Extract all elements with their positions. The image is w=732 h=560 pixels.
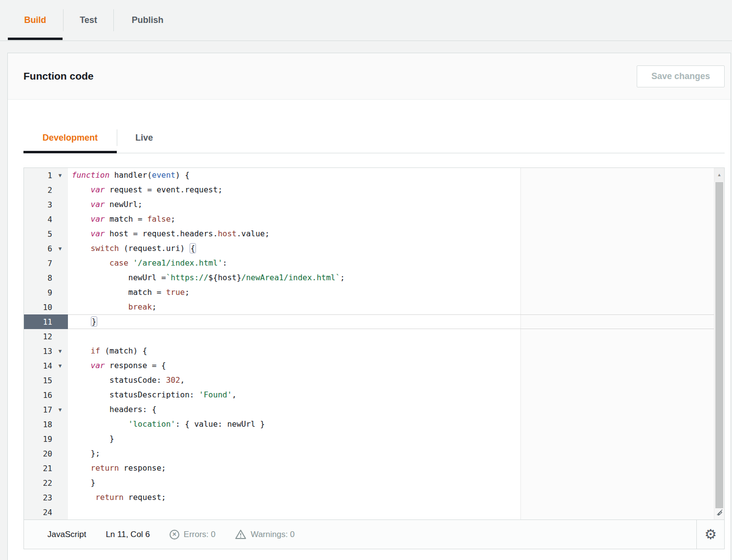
code-line[interactable]: 17▼ headers: {: [24, 402, 724, 417]
scrollbar-thumb[interactable]: [715, 182, 723, 508]
code-line[interactable]: 13▼ if (match) {: [24, 344, 724, 358]
scroll-up-arrow-icon[interactable]: ▲: [714, 168, 724, 182]
code-line-content[interactable]: var request = event.request;: [68, 183, 724, 197]
code-line-content[interactable]: };: [68, 446, 724, 461]
code-line-content[interactable]: }: [68, 314, 724, 329]
fold-caret-icon[interactable]: ▼: [52, 348, 68, 354]
code-line[interactable]: 14▼ var response = {: [24, 358, 724, 373]
line-number-gutter[interactable]: 7: [24, 256, 68, 270]
fold-caret-icon[interactable]: ▼: [52, 363, 68, 369]
code-line-content[interactable]: statusDescription: 'Found',: [68, 388, 724, 402]
tab-development[interactable]: Development: [23, 123, 117, 153]
code-line[interactable]: 16 statusDescription: 'Found',: [24, 388, 724, 402]
line-number-gutter[interactable]: 19: [24, 432, 68, 446]
code-line-content[interactable]: }: [68, 476, 724, 490]
code-line[interactable]: 8 newUrl =`https://${host}/newArea1/inde…: [24, 270, 724, 285]
code-line[interactable]: 21 return response;: [24, 461, 724, 476]
line-number-gutter[interactable]: 18: [24, 417, 68, 432]
code-line[interactable]: 18 'location': { value: newUrl }: [24, 417, 724, 432]
tab-live[interactable]: Live: [117, 123, 171, 153]
code-line-content[interactable]: return request;: [68, 490, 724, 505]
line-number-gutter[interactable]: 17▼: [24, 402, 68, 417]
code-line-content[interactable]: [68, 505, 724, 519]
code-line-content[interactable]: case '/area1/index.html':: [68, 256, 724, 270]
line-number-gutter[interactable]: 22: [24, 476, 68, 490]
code-line[interactable]: 1▼function handler(event) {: [24, 168, 724, 183]
code-line[interactable]: 15 statusCode: 302,: [24, 373, 724, 388]
code-line-content[interactable]: return response;: [68, 461, 724, 476]
line-number-gutter[interactable]: 4: [24, 212, 68, 227]
line-number-gutter[interactable]: 15: [24, 373, 68, 388]
tab-test[interactable]: Test: [64, 0, 113, 41]
code-line[interactable]: 6▼ switch (request.uri) {: [24, 241, 724, 256]
line-number-gutter[interactable]: 9: [24, 285, 68, 300]
code-line[interactable]: 4 var match = false;: [24, 212, 724, 227]
code-line[interactable]: 9 match = true;: [24, 285, 724, 300]
code-token-p: match =: [72, 288, 166, 297]
errors-status: ✕ Errors: 0: [170, 530, 215, 539]
code-line-content[interactable]: function handler(event) {: [68, 168, 724, 183]
code-token-lit: switch: [91, 244, 119, 253]
line-number-gutter[interactable]: 24: [24, 505, 68, 519]
code-line-content[interactable]: newUrl =`https://${host}/newArea1/index.…: [68, 270, 724, 285]
code-line[interactable]: 20 };: [24, 446, 724, 461]
code-line[interactable]: 2 var request = event.request;: [24, 183, 724, 197]
line-number-gutter[interactable]: 1▼: [24, 168, 68, 183]
line-number-gutter[interactable]: 8: [24, 270, 68, 285]
line-number-gutter[interactable]: 23: [24, 490, 68, 505]
code-line-content[interactable]: 'location': { value: newUrl }: [68, 417, 724, 432]
code-line[interactable]: 24: [24, 505, 724, 519]
line-number-gutter[interactable]: 2: [24, 183, 68, 197]
code-line-content[interactable]: statusCode: 302,: [68, 373, 724, 388]
code-line-content[interactable]: if (match) {: [68, 344, 724, 358]
vertical-scrollbar[interactable]: ▲: [714, 168, 724, 519]
code-line-content[interactable]: break;: [68, 300, 724, 314]
code-line-content[interactable]: }: [68, 432, 724, 446]
tab-build[interactable]: Build: [7, 0, 63, 41]
code-line-content[interactable]: var response = {: [68, 358, 724, 373]
line-number-gutter[interactable]: 16: [24, 388, 68, 402]
code-token-lit: false: [147, 214, 171, 224]
save-changes-button[interactable]: Save changes: [637, 65, 725, 87]
fold-caret-icon[interactable]: ▼: [52, 407, 68, 413]
line-number: 18: [24, 420, 52, 429]
code-stage-tabs: Development Live: [23, 123, 725, 153]
code-token-p: [72, 463, 91, 473]
line-number-gutter[interactable]: 5: [24, 227, 68, 241]
line-number-gutter[interactable]: 10: [24, 300, 68, 314]
code-token-p: }: [72, 478, 95, 487]
code-line[interactable]: 12: [24, 329, 724, 344]
tab-publish[interactable]: Publish: [114, 0, 181, 41]
editor-settings-button[interactable]: ⚙: [696, 520, 724, 549]
code-line[interactable]: 23 return request;: [24, 490, 724, 505]
code-line-content[interactable]: switch (request.uri) {: [68, 241, 724, 256]
code-token-p: }: [72, 434, 114, 443]
line-number: 9: [24, 288, 52, 297]
line-number-gutter[interactable]: 6▼: [24, 241, 68, 256]
code-line[interactable]: 3 var newUrl;: [24, 197, 724, 212]
line-number-gutter[interactable]: 12: [24, 329, 68, 344]
code-line[interactable]: 5 var host = request.headers.host.value;: [24, 227, 724, 241]
code-line-content[interactable]: var match = false;: [68, 212, 724, 227]
code-line[interactable]: 19 }: [24, 432, 724, 446]
line-number-gutter[interactable]: 13▼: [24, 344, 68, 358]
line-number-gutter[interactable]: 3: [24, 197, 68, 212]
code-line[interactable]: 10 break;: [24, 300, 724, 314]
code-token-p: : { value: newUrl }: [175, 419, 265, 429]
code-line[interactable]: 11 }: [24, 314, 724, 329]
line-number-gutter[interactable]: 11: [24, 314, 68, 329]
code-line-content[interactable]: headers: {: [68, 402, 724, 417]
line-number-gutter[interactable]: 21: [24, 461, 68, 476]
code-token-p: [72, 258, 109, 268]
code-line-content[interactable]: match = true;: [68, 285, 724, 300]
fold-caret-icon[interactable]: ▼: [52, 172, 68, 178]
code-line[interactable]: 22 }: [24, 476, 724, 490]
code-editor-surface[interactable]: 1▼function handler(event) {2 var request…: [24, 168, 724, 519]
code-line-content[interactable]: [68, 329, 724, 344]
fold-caret-icon[interactable]: ▼: [52, 246, 68, 251]
code-line-content[interactable]: var newUrl;: [68, 197, 724, 212]
line-number-gutter[interactable]: 20: [24, 446, 68, 461]
line-number-gutter[interactable]: 14▼: [24, 358, 68, 373]
code-line[interactable]: 7 case '/area1/index.html':: [24, 256, 724, 270]
code-line-content[interactable]: var host = request.headers.host.value;: [68, 227, 724, 241]
